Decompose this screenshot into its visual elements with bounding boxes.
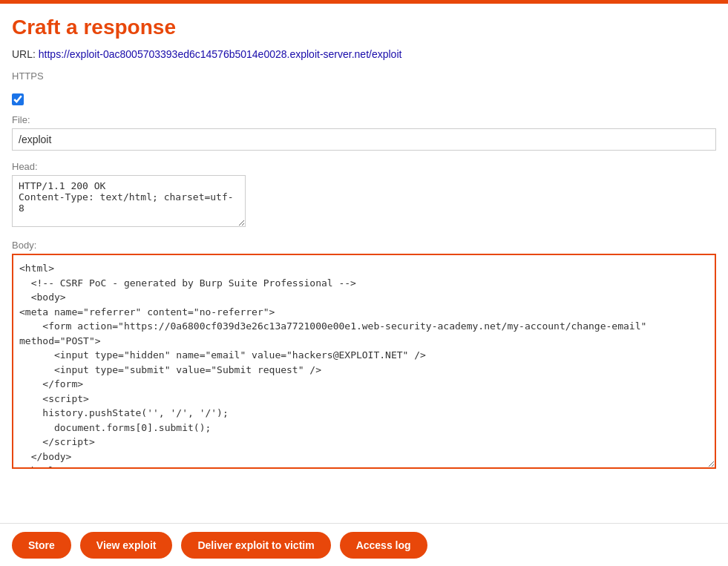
main-content: Craft a response URL: https://exploit-0a… bbox=[0, 4, 728, 541]
page-title: Craft a response bbox=[12, 16, 716, 39]
access-log-button[interactable]: Access log bbox=[340, 532, 427, 559]
https-section: HTTPS bbox=[12, 70, 716, 85]
url-label: URL: bbox=[12, 48, 36, 60]
https-checkbox[interactable] bbox=[12, 93, 24, 105]
store-button[interactable]: Store bbox=[12, 532, 71, 559]
url-line: URL: https://exploit-0ac8005703393ed6c14… bbox=[12, 48, 716, 60]
file-section: File: bbox=[12, 114, 716, 151]
head-label: Head: bbox=[12, 161, 716, 172]
view-exploit-button[interactable]: View exploit bbox=[80, 532, 173, 559]
deliver-exploit-button[interactable]: Deliver exploit to victim bbox=[181, 532, 330, 559]
body-section: Body: <html> <!-- CSRF PoC - generated b… bbox=[12, 240, 716, 471]
file-input[interactable] bbox=[12, 128, 716, 151]
head-textarea[interactable]: HTTP/1.1 200 OK Content-Type: text/html;… bbox=[12, 175, 246, 227]
https-checkbox-row bbox=[12, 93, 716, 105]
bottom-bar: Store View exploit Deliver exploit to vi… bbox=[0, 523, 728, 566]
body-textarea[interactable]: <html> <!-- CSRF PoC - generated by Burp… bbox=[12, 254, 716, 469]
file-label: File: bbox=[12, 114, 716, 125]
https-label: HTTPS bbox=[12, 70, 44, 82]
url-link[interactable]: https://exploit-0ac8005703393ed6c14576b5… bbox=[39, 48, 402, 60]
head-section: Head: HTTP/1.1 200 OK Content-Type: text… bbox=[12, 161, 716, 229]
body-label: Body: bbox=[12, 240, 716, 251]
